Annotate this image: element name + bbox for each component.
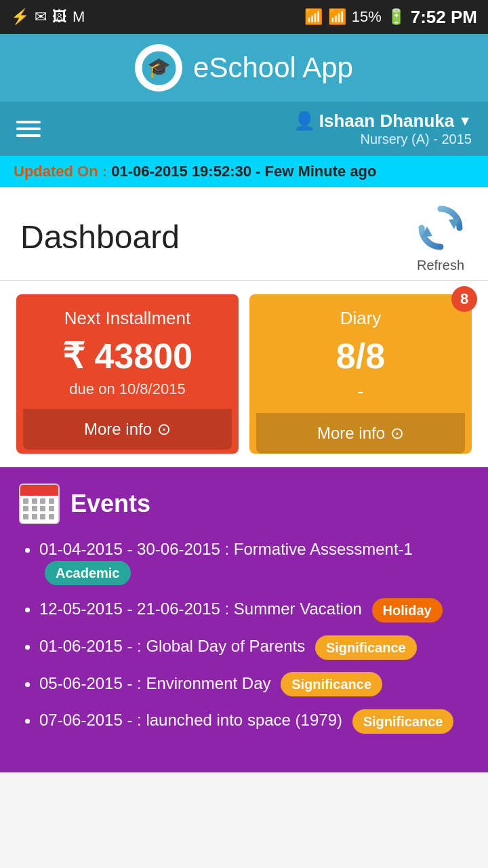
diary-badge: 8: [451, 286, 477, 312]
dashboard-header: Dashboard Refresh: [0, 187, 488, 281]
installment-more-info-label: More info: [84, 420, 152, 439]
hamburger-line-2: [16, 127, 41, 130]
list-item: 12-05-2015 - 21-06-2015 : Summer Vacatio…: [39, 597, 469, 623]
usb-icon: ⚡: [11, 8, 29, 26]
app-title: eSchool App: [193, 52, 353, 84]
gmail-icon: M: [73, 8, 85, 26]
battery-text: 15%: [352, 8, 382, 26]
event-text-4: 05-06-2015 - : Environment Day: [39, 674, 271, 692]
status-time: 7:52 PM: [411, 7, 477, 28]
user-name-text: Ishaan Dhanuka: [319, 111, 454, 132]
status-icons: ⚡ ✉ 🖼 M: [11, 8, 85, 26]
logo-icon: 🎓: [140, 50, 178, 87]
event-tag-holiday-1: Holiday: [372, 598, 443, 623]
menu-button[interactable]: [16, 121, 41, 137]
events-list: 01-04-2015 - 30-06-2015 : Formative Asse…: [19, 538, 469, 734]
battery-icon: 🔋: [387, 8, 405, 26]
update-banner: Updated On : 01-06-2015 19:52:30 - Few M…: [0, 156, 488, 187]
diary-card-value: 8/8: [336, 336, 385, 376]
dashboard-title: Dashboard: [20, 218, 180, 256]
event-tag-significance-3: Significance: [352, 709, 454, 734]
diary-card: 8 Diary 8/8 - More info ⊙: [249, 294, 472, 454]
event-tag-significance-2: Significance: [281, 672, 382, 696]
status-right-icons: 📶 📶 15% 🔋 7:52 PM: [304, 7, 477, 28]
user-class-text: Nursery (A) - 2015: [361, 132, 472, 147]
list-item: 05-06-2015 - : Environment Day Significa…: [39, 672, 469, 697]
dropdown-arrow-icon: ▼: [458, 113, 472, 129]
diary-more-info-button[interactable]: More info ⊙: [256, 413, 465, 454]
hamburger-line-1: [16, 121, 41, 123]
cards-container: Next Installment ₹ 43800 due on 10/8/201…: [0, 281, 488, 467]
app-logo: 🎓: [135, 44, 182, 92]
event-tag-significance-1: Significance: [315, 635, 417, 660]
installment-more-info-button[interactable]: More info ⊙: [23, 409, 232, 450]
status-bar: ⚡ ✉ 🖼 M 📶 📶 15% 🔋 7:52 PM: [0, 0, 488, 34]
hamburger-line-3: [16, 134, 41, 137]
image-icon: 🖼: [52, 8, 67, 26]
update-value: 01-06-2015 19:52:30 - Few Minute ago: [111, 163, 376, 180]
installment-card-amount: ₹ 43800: [62, 336, 192, 376]
mail-icon: ✉: [35, 8, 47, 26]
list-item: 07-06-2015 - : launched into space (1979…: [39, 709, 469, 734]
user-name-row[interactable]: 👤 Ishaan Dhanuka ▼: [293, 111, 472, 132]
signal-icon: 📶: [328, 8, 346, 26]
refresh-button[interactable]: Refresh: [413, 201, 468, 273]
installment-card: Next Installment ₹ 43800 due on 10/8/201…: [16, 294, 239, 454]
user-info: 👤 Ishaan Dhanuka ▼ Nursery (A) - 2015: [293, 111, 472, 147]
app-header: 🎓 eSchool App: [0, 34, 488, 102]
diary-card-dash: -: [357, 380, 363, 402]
event-text-1: 01-04-2015 - 30-06-2015 : Formative Asse…: [39, 540, 413, 558]
diary-more-info-label: More info: [317, 424, 385, 443]
diary-arrow-right-icon: ⊙: [390, 424, 404, 443]
list-item: 01-06-2015 - : Global Day of Parents Sig…: [39, 635, 469, 660]
svg-text:🎓: 🎓: [147, 56, 171, 79]
wifi-icon: 📶: [304, 8, 323, 26]
installment-card-due: due on 10/8/2015: [69, 380, 185, 398]
events-section: Events 01-04-2015 - 30-06-2015 : Formati…: [0, 467, 488, 772]
events-header: Events: [19, 484, 469, 524]
event-text-5: 07-06-2015 - : launched into space (1979…: [39, 711, 342, 729]
event-text-2: 12-05-2015 - 21-06-2015 : Summer Vacatio…: [39, 599, 362, 618]
refresh-icon: [413, 201, 468, 255]
installment-card-title: Next Installment: [64, 308, 190, 329]
event-text-3: 01-06-2015 - : Global Day of Parents: [39, 637, 305, 655]
user-avatar-icon: 👤: [293, 111, 315, 132]
event-tag-academic-1: Academic: [45, 561, 131, 585]
refresh-label: Refresh: [417, 258, 464, 273]
diary-card-title: Diary: [340, 308, 382, 329]
update-label: Updated On :: [14, 163, 107, 180]
list-item: 01-04-2015 - 30-06-2015 : Formative Asse…: [39, 538, 469, 585]
events-title: Events: [70, 490, 150, 518]
nav-bar: 👤 Ishaan Dhanuka ▼ Nursery (A) - 2015: [0, 102, 488, 156]
calendar-icon: [19, 484, 60, 524]
arrow-right-icon: ⊙: [157, 420, 171, 439]
